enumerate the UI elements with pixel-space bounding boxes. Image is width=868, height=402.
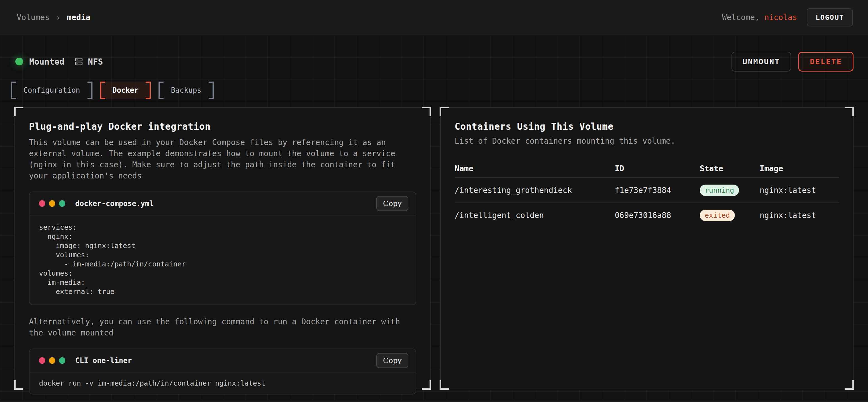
- server-stack-icon: [74, 57, 83, 66]
- container-image: nginx:latest: [760, 186, 839, 195]
- container-name: /intelligent_colden: [455, 211, 615, 220]
- cli-code-block-header: CLI one-liner Copy: [30, 349, 415, 372]
- compose-code-block: docker-compose.yml Copy services: nginx:…: [29, 192, 416, 305]
- volume-driver: NFS: [74, 57, 103, 67]
- chevron-right-icon: ›: [56, 12, 61, 22]
- traffic-light-red-icon: [39, 357, 45, 364]
- traffic-light-amber-icon: [49, 200, 55, 207]
- container-name: /interesting_grothendieck: [455, 186, 615, 195]
- panel-corner-icon: [14, 107, 23, 116]
- delete-button[interactable]: DELETE: [798, 52, 854, 72]
- table-row: /interesting_grothendieck f1e73e7f3884 r…: [455, 178, 839, 202]
- docker-panel-description: This volume can be used in your Docker C…: [29, 137, 408, 181]
- container-image: nginx:latest: [760, 211, 839, 220]
- container-id: f1e73e7f3884: [615, 186, 700, 195]
- username: nicolas: [764, 13, 797, 22]
- content-panels: Plug-and-play Docker integration This vo…: [14, 107, 854, 389]
- docker-integration-panel: Plug-and-play Docker integration This vo…: [14, 107, 431, 389]
- cli-note: Alternatively, you can use the following…: [29, 316, 408, 338]
- column-header-id: ID: [615, 164, 700, 173]
- breadcrumb: Volumes › media: [17, 12, 90, 22]
- state-badge-exited: exited: [700, 210, 735, 221]
- breadcrumb-current-volume: media: [67, 13, 90, 22]
- panel-corner-icon: [845, 107, 854, 116]
- tab-backups[interactable]: Backups: [158, 81, 214, 99]
- copy-compose-button[interactable]: Copy: [376, 196, 408, 211]
- column-header-image: Image: [760, 164, 839, 173]
- panel-corner-icon: [422, 380, 431, 390]
- tab-docker[interactable]: Docker: [100, 81, 151, 99]
- traffic-lights: [39, 200, 65, 207]
- table-header-row: Name ID State Image: [455, 160, 839, 177]
- tab-configuration[interactable]: Configuration: [11, 81, 92, 99]
- tab-backups-label: Backups: [171, 86, 202, 94]
- volume-status: Mounted NFS: [15, 57, 103, 67]
- panel-corner-icon: [422, 107, 431, 116]
- cli-title: CLI one-liner: [75, 356, 132, 365]
- bracket-right-icon: [209, 81, 214, 99]
- bracket-left-icon: [100, 81, 105, 99]
- traffic-lights: [39, 357, 65, 364]
- volume-actions: UNMOUNT DELETE: [732, 52, 854, 72]
- container-state: exited: [700, 210, 760, 221]
- state-badge-running: running: [700, 185, 739, 196]
- containers-table: Name ID State Image /interesting_grothen…: [455, 160, 839, 228]
- column-header-state: State: [700, 164, 760, 173]
- welcome-text: Welcome, nicolas: [722, 13, 797, 22]
- top-bar: Volumes › media Welcome, nicolas LOGOUT: [0, 0, 868, 35]
- panel-corner-icon: [440, 107, 449, 116]
- mounted-status-label: Mounted: [29, 57, 64, 67]
- containers-panel-title: Containers Using This Volume: [455, 121, 839, 132]
- bracket-left-icon: [158, 81, 163, 99]
- table-row: /intelligent_colden 069e73016a88 exited …: [455, 203, 839, 228]
- driver-label: NFS: [88, 57, 103, 67]
- logout-button[interactable]: LOGOUT: [807, 8, 853, 27]
- bracket-left-icon: [11, 81, 16, 99]
- panel-corner-icon: [440, 380, 449, 390]
- header-right: Welcome, nicolas LOGOUT: [722, 8, 853, 27]
- panel-corner-icon: [14, 380, 23, 390]
- column-header-name: Name: [455, 164, 615, 173]
- cli-code-block: CLI one-liner Copy docker run -v im-medi…: [29, 348, 416, 395]
- compose-filename: docker-compose.yml: [75, 199, 154, 208]
- traffic-light-amber-icon: [49, 357, 55, 364]
- unmount-button[interactable]: UNMOUNT: [732, 52, 792, 72]
- bracket-right-icon: [146, 81, 151, 99]
- breadcrumb-volumes-link[interactable]: Volumes: [17, 13, 50, 22]
- containers-panel-subtitle: List of Docker containers mounting this …: [455, 136, 839, 145]
- traffic-light-green-icon: [59, 357, 65, 364]
- footer-strip: [0, 400, 868, 402]
- volume-status-bar: Mounted NFS UNMOUNT DELETE: [15, 50, 854, 73]
- container-state: running: [700, 185, 760, 196]
- copy-cli-button[interactable]: Copy: [376, 353, 408, 368]
- tab-configuration-label: Configuration: [23, 86, 80, 94]
- mounted-status-dot: [15, 58, 23, 65]
- volume-tabs: Configuration Docker Backups: [11, 81, 214, 99]
- tab-docker-label: Docker: [113, 86, 139, 94]
- compose-code-block-header: docker-compose.yml Copy: [30, 192, 415, 215]
- welcome-prefix: Welcome,: [722, 13, 764, 22]
- containers-panel: Containers Using This Volume List of Doc…: [440, 107, 854, 389]
- panel-corner-icon: [845, 380, 854, 390]
- bracket-right-icon: [88, 81, 92, 99]
- container-id: 069e73016a88: [615, 211, 700, 220]
- docker-panel-title: Plug-and-play Docker integration: [29, 121, 416, 132]
- traffic-light-green-icon: [59, 200, 65, 207]
- cli-code-content: docker run -v im-media:/path/in/containe…: [30, 372, 415, 394]
- compose-code-content: services: nginx: image: nginx:latest vol…: [30, 215, 415, 305]
- traffic-light-red-icon: [39, 200, 45, 207]
- mounted-status: Mounted: [15, 57, 64, 67]
